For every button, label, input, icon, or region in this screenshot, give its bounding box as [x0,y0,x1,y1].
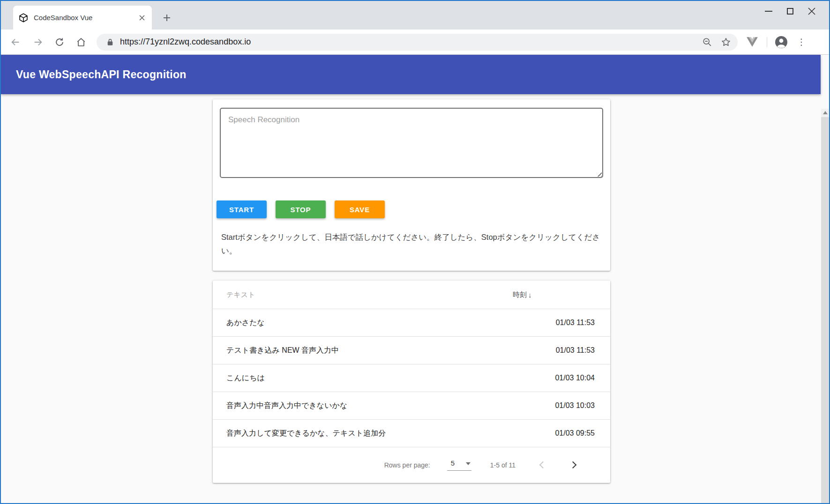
back-icon[interactable] [7,34,23,50]
table-row: あかさたな 01/03 11:53 [213,309,610,336]
scrollbar-up-icon[interactable] [821,109,829,117]
page-scrollbar[interactable] [821,109,829,504]
table-footer: Rows per page: 5 1-5 of 11 [213,447,610,482]
row-time: 01/03 11:53 [513,319,610,327]
forward-icon[interactable] [30,34,46,50]
rows-per-page-label: Rows per page: [384,461,430,469]
chevron-right-icon [569,461,576,469]
toolbar-divider [767,37,767,47]
new-tab-button[interactable] [160,11,173,24]
instructions-text: Startボタンをクリックして、日本語で話しかけてください。終了したら、Stop… [221,230,605,258]
browser-menu-icon[interactable]: ⋮ [794,35,808,49]
page-viewport: Vue WebSpeechAPI Recognition START STOP … [1,55,829,504]
previous-page-button[interactable] [534,457,551,474]
tab-title: CodeSandbox Vue [34,14,137,22]
start-button[interactable]: START [217,200,267,218]
column-header-time-label: 時刻 [513,290,527,299]
chevron-left-icon [539,461,546,469]
row-time: 01/03 11:53 [513,346,610,355]
save-button[interactable]: SAVE [335,200,385,218]
speech-card: START STOP SAVE Startボタンをクリックして、日本語で話しかけ… [213,99,610,271]
dropdown-caret-icon [466,462,471,465]
row-time: 01/03 09:55 [513,429,610,437]
row-text: こんにちは [213,373,513,383]
pagination-range: 1-5 of 11 [490,461,516,469]
url-text[interactable]: https://71yznl2zwq.codesandbox.io [120,37,700,47]
scrollbar-thumb[interactable] [821,117,829,504]
profile-avatar-icon[interactable] [775,36,788,49]
table-header-row: テキスト 時刻 ↓ [213,281,610,309]
row-time: 01/03 10:04 [513,374,610,382]
column-header-time[interactable]: 時刻 ↓ [513,290,610,299]
browser-tab[interactable]: CodeSandbox Vue [13,6,152,30]
window-maximize-button[interactable] [779,1,801,22]
bookmark-star-icon[interactable] [719,35,733,49]
tab-strip: CodeSandbox Vue [1,1,829,30]
row-text: 音声入力して変更できるかな、テキスト追加分 [213,429,513,438]
window-close-button[interactable] [801,1,823,22]
browser-toolbar: https://71yznl2zwq.codesandbox.io [1,30,829,55]
row-text: テスト書き込み NEW 音声入力中 [213,346,513,356]
table-row: 音声入力中音声入力中できないかな 01/03 10:03 [213,392,610,419]
page-title: Vue WebSpeechAPI Recognition [16,68,187,81]
button-row: START STOP SAVE [217,200,385,218]
zoom-out-icon[interactable] [700,35,714,49]
rows-per-page-value: 5 [451,459,466,467]
sort-desc-icon: ↓ [528,291,532,299]
app-header: Vue WebSpeechAPI Recognition [1,55,821,94]
stop-button[interactable]: STOP [276,200,326,218]
tab-close-icon[interactable] [137,13,147,23]
row-text: 音声入力中音声入力中できないかな [213,401,513,411]
address-bar[interactable]: https://71yznl2zwq.codesandbox.io [97,34,738,51]
vue-devtools-icon[interactable] [745,35,759,49]
column-header-text[interactable]: テキスト [213,290,513,299]
lock-icon[interactable] [106,38,114,46]
results-table-card: テキスト 時刻 ↓ あかさたな 01/03 11:53 テスト書き込み NEW … [213,281,610,483]
row-time: 01/03 10:03 [513,401,610,410]
next-page-button[interactable] [564,457,581,474]
reload-icon[interactable] [52,34,67,50]
table-body: あかさたな 01/03 11:53 テスト書き込み NEW 音声入力中 01/0… [213,309,610,447]
window-minimize-button[interactable] [758,1,779,22]
speech-recognition-textarea[interactable] [220,108,603,178]
home-icon[interactable] [73,34,89,50]
table-row: 音声入力して変更できるかな、テキスト追加分 01/03 09:55 [213,419,610,447]
rows-per-page-select[interactable]: 5 [447,459,471,471]
table-row: テスト書き込み NEW 音声入力中 01/03 11:53 [213,336,610,364]
codesandbox-icon [19,13,28,22]
table-row: こんにちは 01/03 10:04 [213,364,610,392]
row-text: あかさたな [213,318,513,328]
browser-window: CodeSandbox Vue [0,0,830,504]
